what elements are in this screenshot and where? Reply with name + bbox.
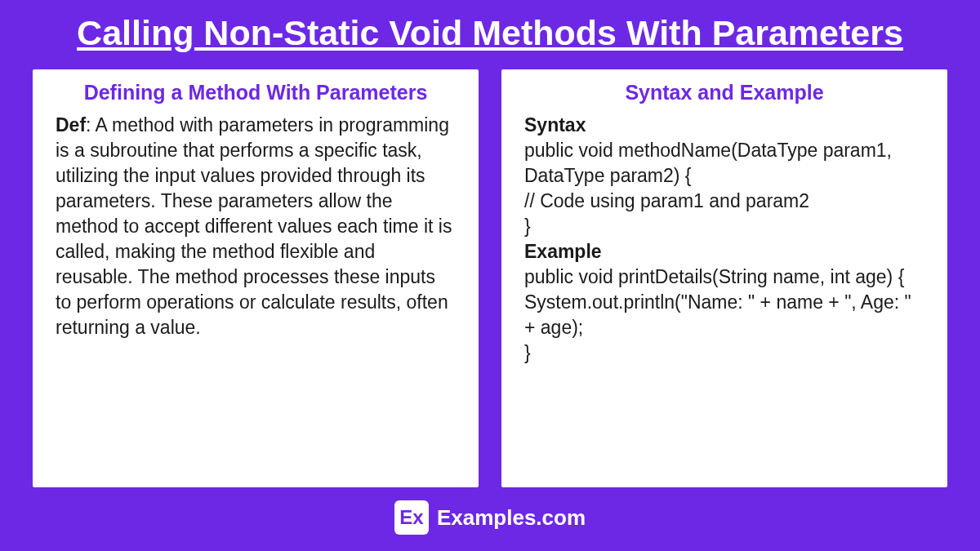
def-label: Def: [56, 114, 86, 136]
def-text: : A method with parameters in programmin…: [56, 114, 452, 338]
example-line-2: System.out.println("Name: " + name + ", …: [524, 291, 911, 338]
right-panel-heading: Syntax and Example: [519, 81, 929, 104]
syntax-line-1: public void methodName(DataType param1, …: [524, 140, 892, 186]
example-line-3: }: [524, 342, 531, 363]
footer: Ex Examples.com: [394, 500, 586, 535]
right-panel-body: Syntax public void methodName(DataType p…: [519, 113, 929, 366]
left-panel-body: Def: A method with parameters in program…: [51, 113, 461, 340]
logo-icon: Ex: [394, 500, 429, 535]
example-label: Example: [524, 239, 924, 264]
left-panel: Defining a Method With Parameters Def: A…: [33, 69, 479, 487]
panels-container: Defining a Method With Parameters Def: A…: [33, 69, 947, 487]
left-panel-heading: Defining a Method With Parameters: [51, 81, 461, 104]
site-name: Examples.com: [437, 505, 586, 531]
syntax-line-2: // Code using param1 and param2: [524, 190, 809, 211]
syntax-label: Syntax: [524, 113, 924, 138]
right-panel: Syntax and Example Syntax public void me…: [501, 69, 947, 487]
example-line-1: public void printDetails(String name, in…: [524, 266, 904, 287]
syntax-line-3: }: [524, 216, 531, 237]
page-title: Calling Non-Static Void Methods With Par…: [77, 12, 903, 55]
